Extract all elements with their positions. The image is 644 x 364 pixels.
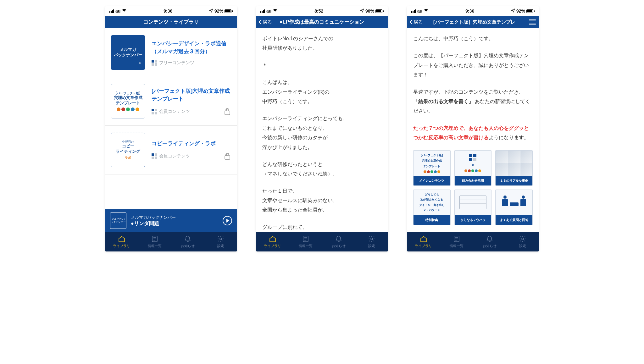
carrier-label: au bbox=[115, 8, 120, 14]
lock-icon bbox=[223, 108, 231, 116]
content-card[interactable]: × 組み合わせ活用 bbox=[454, 150, 492, 186]
tab-info[interactable]: 情報一覧 bbox=[138, 232, 171, 251]
item-tag: フリーコンテンツ bbox=[152, 60, 231, 66]
wifi-icon bbox=[273, 8, 278, 14]
discussion-icon bbox=[502, 199, 526, 206]
dots-icon bbox=[424, 170, 440, 173]
item-tag: 会員コンテンツ bbox=[152, 108, 231, 116]
paragraph: こんにちは、中野巧（こう）です。 bbox=[413, 34, 533, 43]
item-title: エンパシーデザイン・ラボ通信（メルマガ過去３回分） bbox=[152, 40, 231, 56]
svg-point-3 bbox=[371, 238, 373, 240]
wireframe-icon bbox=[459, 196, 487, 209]
tab-library[interactable]: ライブラリ bbox=[256, 232, 289, 251]
svg-point-1 bbox=[220, 238, 222, 240]
wifi-icon bbox=[424, 8, 429, 14]
paragraph: グループに別れて、 bbox=[262, 223, 382, 232]
content-card[interactable]: さらなるノウハウ bbox=[454, 190, 492, 225]
card-image bbox=[496, 190, 532, 215]
item-thumb: メルマガ バックナンバー bbox=[111, 35, 145, 70]
tab-info[interactable]: 情報一覧 bbox=[440, 232, 473, 251]
back-button[interactable]: 戻る bbox=[409, 16, 423, 28]
list-item[interactable]: 【パーフェクト版】 穴埋め文章作成 テンプレート [パーフェクト版]穴埋め文章作… bbox=[105, 77, 237, 126]
clock: 8:52 bbox=[314, 8, 323, 14]
item-body: [パーフェクト版]穴埋め文章作成テンプレート 会員コンテンツ bbox=[152, 87, 231, 116]
menu-button[interactable] bbox=[529, 16, 536, 28]
nav-header: 戻る ●LP作成は最高のコミュニケーション bbox=[256, 16, 388, 28]
list-item[interactable]: メルマガ バックナンバー エンパシーデザイン・ラボ通信（メルマガ過去３回分） フ… bbox=[105, 28, 237, 77]
svg-point-5 bbox=[522, 238, 524, 240]
phone-1: au 9:36 92% コンテンツ・ライブラリ メルマガ バックナンバー bbox=[105, 6, 237, 251]
grid-icon bbox=[152, 60, 157, 66]
battery-pct: 90% bbox=[365, 8, 374, 14]
card-label: １３のリアルな事例 bbox=[496, 176, 532, 185]
tab-settings[interactable]: 設定 bbox=[355, 232, 388, 251]
back-button[interactable]: 戻る bbox=[258, 16, 272, 28]
card-image: どうしても 次が読みたくなる タイトル・書き出し ２０パターン bbox=[414, 190, 450, 215]
carrier-label: au bbox=[417, 8, 422, 14]
paragraph: この度は、【パーフェクト版】穴埋め文章作成テンプレートをご購入いただき、誠にあり… bbox=[413, 51, 533, 80]
np-line1: メルマガバックナンバー bbox=[131, 215, 218, 220]
play-icon[interactable] bbox=[223, 216, 232, 225]
card-label: メインコンテンツ bbox=[414, 176, 450, 185]
tab-settings[interactable]: 設定 bbox=[204, 232, 237, 251]
tab-notice[interactable]: お知らせ bbox=[171, 232, 204, 251]
hamburger-icon bbox=[529, 19, 536, 25]
signal-icon bbox=[411, 9, 416, 13]
content-card[interactable]: どうしても 次が読みたくなる タイトル・書き出し ２０パターン 特別特典 bbox=[413, 190, 451, 225]
nav-header: 戻る ［パーフェクト版］穴埋め文章テンプレ bbox=[407, 16, 539, 28]
np-body: メルマガバックナンバー ●リンダ問題 bbox=[131, 215, 218, 227]
clock: 9:36 bbox=[164, 8, 172, 14]
item-title: [パーフェクト版]穴埋め文章作成テンプレート bbox=[152, 87, 231, 103]
card-label: 特別特典 bbox=[414, 215, 450, 225]
list-item[interactable]: 中野巧の コピー ライティング ラボ コピーライティング・ラボ 会員コンテンツ bbox=[105, 126, 237, 174]
card-image: × bbox=[455, 151, 491, 176]
card-label: 組み合わせ活用 bbox=[455, 176, 491, 185]
battery-pct: 92% bbox=[214, 8, 223, 14]
tab-info[interactable]: 情報一覧 bbox=[289, 232, 322, 251]
grid-icon bbox=[152, 153, 157, 159]
card-image bbox=[455, 190, 491, 215]
phone-3: au 9:36 92% 戻る ［パーフェクト版］穴埋め文章テンプレ こんにちは、… bbox=[407, 6, 539, 251]
article-body[interactable]: ボイトレNo.1のシアーさんでの 社員研修がありました。 ＊ こんばんは、 エン… bbox=[256, 28, 388, 232]
dots-icon bbox=[117, 108, 139, 111]
grid-icon bbox=[469, 154, 476, 161]
card-image: 【パーフェクト版】 穴埋め文章作成 テンプレート bbox=[414, 151, 450, 176]
battery-icon bbox=[526, 9, 535, 13]
paragraph: エンパシーライティングにとっても、 これまでにないものとなり、 今後の新しい研修… bbox=[262, 114, 382, 152]
page-title: コンテンツ・ライブラリ bbox=[143, 19, 199, 25]
content-card[interactable]: １３のリアルな事例 bbox=[495, 150, 533, 186]
np-line2: ●リンダ問題 bbox=[131, 220, 218, 227]
tab-library[interactable]: ライブラリ bbox=[407, 232, 440, 251]
faces-icon bbox=[496, 151, 532, 176]
item-thumb: 中野巧の コピー ライティング ラボ bbox=[111, 133, 145, 167]
phone-2: au 8:52 90% 戻る ●LP作成は最高のコミュニケーション ボイトレNo… bbox=[256, 6, 388, 251]
content-card[interactable]: よくある質問と回答 bbox=[495, 190, 533, 225]
tab-settings[interactable]: 設定 bbox=[506, 232, 539, 251]
tab-library[interactable]: ライブラリ bbox=[105, 232, 138, 251]
item-body: コピーライティング・ラボ 会員コンテンツ bbox=[152, 140, 231, 160]
page-title: ●LP作成は最高のコミュニケーション bbox=[280, 19, 364, 25]
item-thumb: 【パーフェクト版】 穴埋め文章作成 テンプレート bbox=[111, 84, 145, 119]
location-icon bbox=[209, 8, 213, 14]
content-list[interactable]: メルマガ バックナンバー エンパシーデザイン・ラボ通信（メルマガ過去３回分） フ… bbox=[105, 28, 237, 209]
battery-pct: 92% bbox=[516, 8, 525, 14]
item-body: エンパシーデザイン・ラボ通信（メルマガ過去３回分） フリーコンテンツ bbox=[152, 40, 231, 66]
signal-icon bbox=[260, 9, 265, 13]
tab-bar: ライブラリ 情報一覧 お知らせ 設定 bbox=[407, 232, 539, 251]
tab-bar: ライブラリ 情報一覧 お知らせ 設定 bbox=[105, 232, 237, 251]
location-icon bbox=[511, 8, 515, 14]
status-bar: au 8:52 90% bbox=[256, 6, 388, 16]
card-image bbox=[496, 151, 532, 176]
paragraph: たった１日で、 文章やセールスに馴染みのない、 全国から集まった全社員が、 bbox=[262, 186, 382, 215]
content-card[interactable]: 【パーフェクト版】 穴埋め文章作成 テンプレート メインコンテンツ bbox=[413, 150, 451, 186]
tab-notice[interactable]: お知らせ bbox=[322, 232, 355, 251]
tab-notice[interactable]: お知らせ bbox=[473, 232, 506, 251]
card-grid: 【パーフェクト版】 穴埋め文章作成 テンプレート メインコンテンツ × 組み合わ… bbox=[413, 150, 533, 225]
now-playing-bar[interactable]: メルマガ バックナンバー メルマガバックナンバー ●リンダ問題 bbox=[105, 209, 237, 232]
page-title: ［パーフェクト版］穴埋め文章テンプレ bbox=[430, 19, 515, 25]
np-thumb: メルマガ バックナンバー bbox=[110, 212, 126, 229]
paragraph: 早速ですが、下記のコンテンツをご覧いただき、 「結果の出る文章を書く」 あなたの… bbox=[413, 87, 533, 116]
highlight-paragraph: たった７つの穴埋めで、あなたも人の心をググッとつかむ反応率の高い文章が書けるよう… bbox=[413, 124, 533, 143]
status-bar: au 9:36 92% bbox=[407, 6, 539, 16]
article-body[interactable]: こんにちは、中野巧（こう）です。 この度は、【パーフェクト版】穴埋め文章作成テン… bbox=[407, 28, 539, 232]
